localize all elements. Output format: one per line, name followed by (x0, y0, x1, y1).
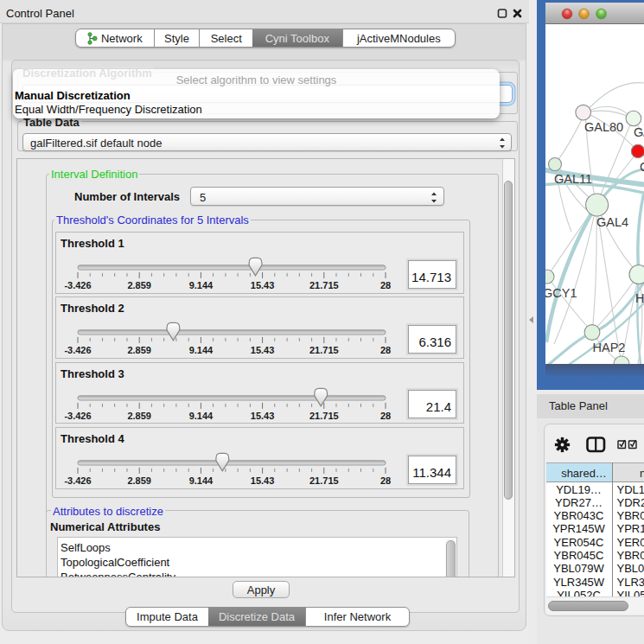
svg-text:15.43: 15.43 (251, 411, 275, 421)
svg-text:GAL80: GAL80 (584, 120, 623, 134)
svg-text:21.715: 21.715 (309, 280, 339, 290)
svg-text:28: 28 (380, 280, 391, 290)
svg-text:GCY1: GCY1 (545, 286, 577, 300)
svg-text:-3.426: -3.426 (64, 280, 91, 290)
svg-text:15.43: 15.43 (251, 280, 275, 290)
svg-text:15.43: 15.43 (251, 346, 275, 356)
svg-text:21.715: 21.715 (309, 475, 339, 486)
svg-text:2.859: 2.859 (127, 280, 151, 290)
svg-text:9.144: 9.144 (189, 280, 214, 290)
svg-text:GA: GA (634, 125, 644, 139)
svg-text:21.715: 21.715 (309, 346, 339, 356)
svg-text:HAP2: HAP2 (593, 341, 626, 354)
svg-text:15.43: 15.43 (251, 475, 275, 486)
svg-text:-3.426: -3.426 (64, 475, 91, 486)
svg-text:2.859: 2.859 (127, 475, 151, 486)
svg-text:9.144: 9.144 (189, 411, 214, 421)
svg-text:-3.426: -3.426 (64, 346, 91, 356)
svg-text:H: H (635, 291, 644, 305)
svg-text:28: 28 (380, 475, 391, 486)
svg-text:28: 28 (380, 346, 391, 356)
svg-text:-3.426: -3.426 (64, 411, 91, 421)
svg-text:28: 28 (380, 411, 391, 421)
svg-text:GAL4: GAL4 (596, 215, 628, 229)
svg-text:9.144: 9.144 (189, 346, 214, 356)
svg-text:2.859: 2.859 (127, 411, 151, 421)
svg-text:9.144: 9.144 (189, 475, 214, 486)
svg-text:21.715: 21.715 (309, 411, 339, 421)
svg-text:GAL11: GAL11 (554, 172, 592, 186)
svg-text:C: C (640, 160, 644, 174)
svg-text:2.859: 2.859 (127, 346, 151, 356)
